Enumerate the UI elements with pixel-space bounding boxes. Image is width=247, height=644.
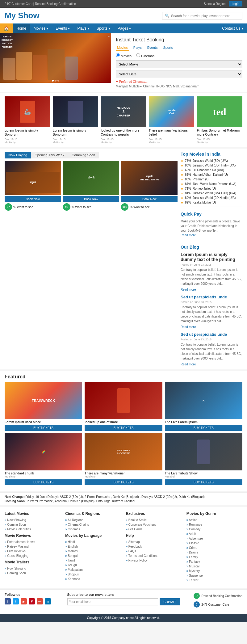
customer-care-btn[interactable]: ? 24/7 Customer Care bbox=[194, 601, 242, 608]
footer-link-privacy[interactable]: Privacy Policy bbox=[126, 559, 182, 562]
newsletter-input[interactable] bbox=[67, 598, 158, 605]
book-btn-2[interactable]: Book Now bbox=[121, 196, 178, 202]
region-select[interactable]: Select a Region bbox=[204, 2, 226, 6]
radio-movies[interactable]: Movies bbox=[116, 53, 132, 58]
home-icon[interactable]: 🏠 bbox=[0, 23, 13, 33]
footer-link-marathi[interactable]: Marathi bbox=[65, 549, 121, 553]
footer-link-trailers-soon[interactable]: Coming Soon bbox=[5, 571, 61, 575]
linkedin-icon[interactable]: in bbox=[45, 598, 51, 604]
tab-opening[interactable]: Opening This Week bbox=[31, 152, 68, 158]
footer-link-trailers-now[interactable]: Now Showing bbox=[5, 567, 61, 570]
movie-thumb-2[interactable]: NS·DIOUS3CHAPTER bbox=[101, 96, 146, 127]
footer-link-bengali[interactable]: Bengali bbox=[65, 554, 121, 558]
footer-link-action[interactable]: Action bbox=[186, 518, 242, 522]
buy-btn-2[interactable]: BUY TICKETS bbox=[165, 425, 242, 431]
movie-thumb-1[interactable] bbox=[53, 96, 98, 127]
blog-read-more-0[interactable]: Read more bbox=[181, 288, 196, 291]
footer-link-tamil[interactable]: Tamil bbox=[65, 559, 121, 562]
footer-link-hindi[interactable]: Hindi bbox=[65, 540, 121, 544]
footer-link-cinema-chains[interactable]: Cinema Chains bbox=[65, 523, 121, 526]
buy-btn-1[interactable]: BUY TICKETS bbox=[85, 425, 162, 431]
buy-btn-5[interactable]: BUY TICKETS bbox=[165, 479, 242, 485]
footer-link-guest[interactable]: Guest Blogging bbox=[5, 554, 61, 558]
gplus-icon[interactable]: G+ bbox=[37, 598, 43, 604]
tab-coming-soon[interactable]: Comming Soon bbox=[68, 152, 99, 158]
playing-thumb-1[interactable]: पांचबली bbox=[63, 161, 119, 195]
footer-link-film-reviews[interactable]: Film Reviews bbox=[5, 549, 61, 553]
footer-link-english[interactable]: English bbox=[65, 545, 121, 548]
movie-select[interactable]: Select Movie bbox=[116, 60, 242, 68]
footer-link-bhojpuri[interactable]: Bhojpuri bbox=[65, 573, 121, 576]
blog-read-more-1[interactable]: Read more bbox=[181, 325, 196, 329]
featured-thumb-5[interactable] bbox=[165, 433, 242, 470]
footer-link-classic[interactable]: Classic bbox=[186, 541, 242, 545]
footer-link-rajeev[interactable]: Rajeev Masand bbox=[5, 545, 61, 548]
resend-booking-btn[interactable]: ↩ Resend Booking Confirmation bbox=[194, 593, 242, 599]
footer-link-suspense[interactable]: Suspense bbox=[186, 574, 242, 577]
featured-thumb-0[interactable]: TRAINWRECK bbox=[5, 382, 82, 419]
featured-thumb-1[interactable] bbox=[85, 382, 162, 419]
nav-sports[interactable]: Sports ▾ bbox=[93, 24, 114, 33]
footer-link-comedy[interactable]: Comedy bbox=[186, 528, 242, 531]
pinterest-icon[interactable]: P bbox=[29, 598, 35, 604]
footer-link-celebrities[interactable]: Movie Celebrities bbox=[5, 528, 61, 531]
featured-thumb-4[interactable]: PENDERBEINCONTRE bbox=[85, 433, 162, 470]
submit-button[interactable]: SUBMIT bbox=[160, 598, 180, 605]
footer-link-malayalam[interactable]: Malayalam bbox=[65, 568, 121, 571]
footer-link-faqs[interactable]: FAQs bbox=[126, 549, 182, 553]
featured-thumb-3[interactable]: 🌈 bbox=[5, 433, 82, 470]
footer-link-all-regions[interactable]: All Regions bbox=[65, 518, 121, 522]
footer-link-book-smile[interactable]: Book A Smile bbox=[126, 518, 182, 522]
buy-btn-0[interactable]: BUY TICKETS bbox=[5, 425, 82, 431]
quick-pay-read-more[interactable]: Read more bbox=[181, 234, 196, 237]
footer-link-adult[interactable]: Adult bbox=[186, 532, 242, 536]
footer-link-now-showing[interactable]: Now Showing bbox=[5, 518, 61, 522]
nav-events[interactable]: Events ▾ bbox=[52, 24, 73, 33]
footer-link-crime[interactable]: Crime bbox=[186, 546, 242, 549]
booking-tab-sports[interactable]: Sports bbox=[162, 45, 174, 51]
footer-link-cinemas[interactable]: Cinemas bbox=[65, 528, 121, 531]
movie-thumb-3[interactable]: InsideOut bbox=[149, 96, 195, 127]
booking-tab-plays[interactable]: Plays bbox=[132, 45, 143, 51]
login-button[interactable]: Login bbox=[229, 1, 242, 6]
nav-plays[interactable]: Plays ▾ bbox=[73, 24, 93, 33]
search-bar[interactable]: 🔍 bbox=[162, 12, 242, 19]
search-input[interactable] bbox=[171, 14, 240, 18]
playing-thumb-2[interactable]: बाहुबलीTHE BEGINNING bbox=[121, 161, 178, 195]
book-btn-1[interactable]: Book Now bbox=[63, 196, 119, 202]
footer-link-thriller[interactable]: Thriller bbox=[186, 579, 242, 582]
book-btn-0[interactable]: Book Now bbox=[5, 196, 61, 202]
featured-thumb-2[interactable]: R bbox=[165, 382, 242, 419]
footer-link-coming-soon[interactable]: Coming Soon bbox=[5, 523, 61, 526]
booking-tab-events[interactable]: Events bbox=[146, 45, 159, 51]
nav-contact[interactable]: Contact Us ▾ bbox=[218, 24, 247, 33]
nav-pages[interactable]: Pages ▾ bbox=[114, 24, 135, 33]
date-select[interactable]: Select Date bbox=[116, 70, 242, 78]
movie-thumb-0[interactable]: 🦾 bbox=[5, 96, 50, 127]
tab-now-playing[interactable]: Now Playing bbox=[5, 152, 31, 158]
footer-link-mystery[interactable]: Mystery bbox=[186, 569, 242, 573]
footer-link-family[interactable]: Family bbox=[186, 555, 242, 559]
playing-thumb-0[interactable]: बाहुबली bbox=[5, 161, 61, 195]
logo[interactable]: My Show bbox=[5, 11, 40, 20]
footer-link-kannada[interactable]: Kannada bbox=[65, 577, 121, 581]
footer-link-fantasy[interactable]: Fantasy bbox=[186, 560, 242, 563]
youtube-icon[interactable]: ▶ bbox=[21, 598, 27, 604]
booking-tab-movies[interactable]: Movies bbox=[116, 45, 129, 51]
blog-read-more-2[interactable]: Read more bbox=[181, 363, 196, 366]
footer-link-ent-news[interactable]: Entertainment News bbox=[5, 540, 61, 544]
facebook-icon[interactable]: f bbox=[5, 598, 11, 604]
footer-link-terms[interactable]: Terms and Conditions bbox=[126, 554, 182, 558]
nav-home[interactable]: Home bbox=[13, 24, 30, 33]
nav-movies[interactable]: Movies ▾ bbox=[30, 24, 52, 33]
footer-link-sitemap[interactable]: Sitemap bbox=[126, 540, 182, 544]
footer-link-feedback[interactable]: Feedback bbox=[126, 545, 182, 548]
footer-link-adventure[interactable]: Adventure bbox=[186, 537, 242, 540]
buy-btn-4[interactable]: BUY TICKETS bbox=[85, 479, 162, 485]
footer-link-drama[interactable]: Drama bbox=[186, 551, 242, 554]
movie-thumb-4[interactable]: ted bbox=[197, 96, 242, 127]
footer-link-musical[interactable]: Musical bbox=[186, 565, 242, 568]
footer-link-corporate[interactable]: Corporate Vouchers bbox=[126, 523, 182, 526]
footer-link-gift[interactable]: Gift Cards bbox=[126, 528, 182, 531]
radio-cinemas[interactable]: Cinemas bbox=[136, 53, 154, 58]
